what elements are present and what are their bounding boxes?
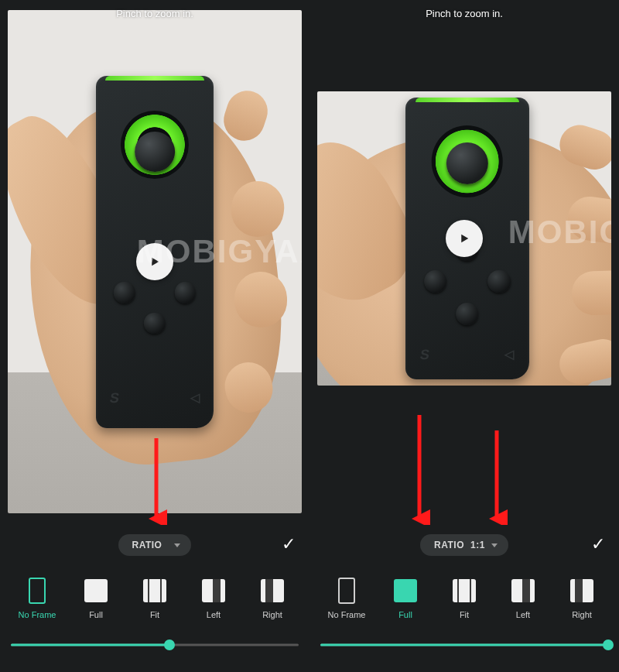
right-icon xyxy=(261,579,284,602)
frame-option-left[interactable]: Left xyxy=(500,578,546,619)
ratio-value: 1:1 xyxy=(470,540,485,550)
video-preview[interactable]: S◁ MOBIGYAA xyxy=(317,91,611,386)
zoom-hint: Pinch to zoom in. xyxy=(0,8,310,19)
full-icon xyxy=(394,579,417,602)
frame-option-left[interactable]: Left xyxy=(190,578,237,619)
editor-pane-right: Pinch to zoom in. S◁ MOBIGYAA xyxy=(310,0,619,672)
controls-area: RATIO 1:1 ✓ No Frame Full Fit Left xyxy=(310,525,619,672)
left-icon xyxy=(202,579,225,602)
play-icon xyxy=(457,231,471,245)
frame-option-right[interactable]: Right xyxy=(249,578,296,619)
preview-canvas[interactable]: S◁ MOBIGYAA xyxy=(0,0,310,525)
ratio-dropdown[interactable]: RATIO xyxy=(118,534,192,556)
fit-icon xyxy=(143,579,166,602)
ratio-label: RATIO xyxy=(132,540,162,550)
frame-option-right[interactable]: Right xyxy=(559,578,605,619)
fit-icon xyxy=(453,579,476,602)
confirm-button[interactable]: ✓ xyxy=(591,534,605,554)
frame-options-row: No Frame Full Fit Left Right xyxy=(310,578,619,619)
chevron-down-icon xyxy=(174,543,180,547)
play-button[interactable] xyxy=(136,243,173,280)
editor-pane-left: Pinch to zoom in. S◁ MOBIGYAA xyxy=(0,0,310,672)
full-icon xyxy=(84,579,108,602)
confirm-button[interactable]: ✓ xyxy=(282,534,296,554)
frame-option-fit[interactable]: Fit xyxy=(441,578,487,619)
no-frame-icon xyxy=(338,578,355,604)
zoom-hint: Pinch to zoom in. xyxy=(310,8,619,19)
zoom-slider[interactable] xyxy=(320,639,608,650)
frame-option-fit[interactable]: Fit xyxy=(132,578,178,619)
video-preview[interactable]: S◁ MOBIGYAA xyxy=(8,10,302,513)
ratio-dropdown[interactable]: RATIO 1:1 xyxy=(420,534,508,556)
ratio-label: RATIO xyxy=(434,540,464,550)
no-frame-icon xyxy=(29,578,46,604)
play-icon xyxy=(148,255,162,269)
preview-canvas[interactable]: S◁ MOBIGYAA xyxy=(310,0,619,525)
frame-option-full[interactable]: Full xyxy=(73,578,119,619)
frame-options-row: No Frame Full Fit Left Right xyxy=(0,578,310,619)
play-button[interactable] xyxy=(446,220,483,257)
frame-option-full[interactable]: Full xyxy=(382,578,429,619)
frame-option-no-frame[interactable]: No Frame xyxy=(14,578,60,619)
chevron-down-icon xyxy=(491,543,498,547)
slider-knob[interactable] xyxy=(603,639,614,650)
zoom-slider[interactable] xyxy=(11,639,299,650)
right-icon xyxy=(570,579,593,602)
controls-area: RATIO ✓ No Frame Full Fit Left xyxy=(0,525,310,672)
frame-option-no-frame[interactable]: No Frame xyxy=(323,578,370,619)
slider-knob[interactable] xyxy=(164,639,175,650)
left-icon xyxy=(511,579,535,602)
